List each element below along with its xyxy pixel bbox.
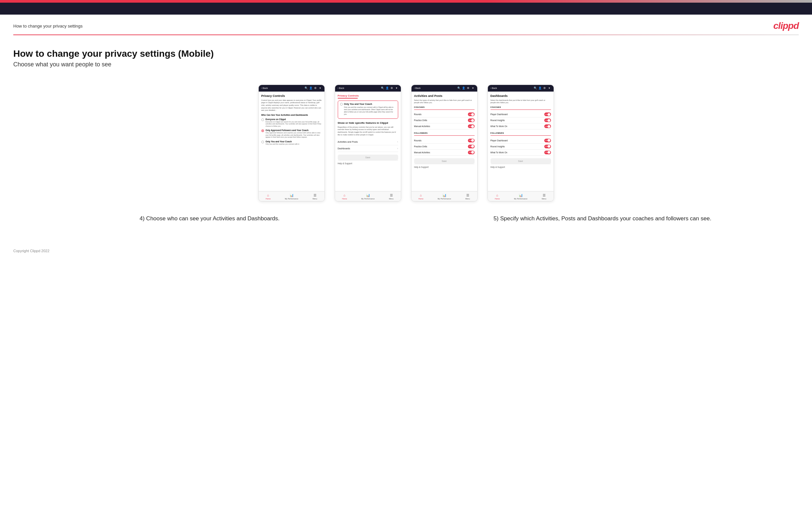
- on-label-coaches-drills: ON: [468, 119, 471, 121]
- tab-home-s2[interactable]: ⌂ Home: [342, 193, 347, 200]
- settings-icon-s2[interactable]: ⚙: [390, 87, 394, 90]
- screen4-tab-bar: ⌂ Home 📊 My Performance ☰ Menu: [488, 191, 554, 201]
- search-icon-s3[interactable]: 🔍: [457, 87, 461, 90]
- toggle-followers-round-insights-switch[interactable]: ON: [544, 145, 551, 148]
- tab-menu-s4[interactable]: ☰ Menu: [542, 193, 546, 200]
- toggle-coaches-what-to-work-switch[interactable]: ON: [544, 124, 551, 128]
- radio-label-everyone: Everyone on Clippd: [266, 118, 322, 120]
- screen4-nav: ‹Back 🔍 👤 ⚙ ▾: [488, 85, 554, 92]
- menu-icon[interactable]: ▾: [318, 87, 322, 90]
- tab-menu-s2[interactable]: ☰ Menu: [389, 193, 394, 200]
- on-label-followers-manual: ON: [468, 151, 471, 153]
- screen-1: ‹Back 🔍 👤 ⚙ ▾ Privacy Controls Control h…: [258, 84, 325, 202]
- screen4-help: Help & Support: [491, 164, 551, 170]
- tab-home-s1[interactable]: ⌂ Home: [266, 193, 271, 200]
- tab-home-s4[interactable]: ⌂ Home: [495, 193, 500, 200]
- search-icon[interactable]: 🔍: [305, 87, 308, 90]
- screen3-back[interactable]: ‹Back: [414, 87, 421, 89]
- settings-icon[interactable]: ⚙: [314, 87, 317, 90]
- home-label-s1: Home: [266, 198, 271, 200]
- performance-icon-s2: 📊: [366, 193, 370, 197]
- on-label-followers-player-dash: ON: [544, 139, 548, 142]
- screen2-help: Help & Support: [338, 160, 398, 166]
- radio-everyone[interactable]: Everyone on Clippd Everyone on Clippd ca…: [261, 118, 322, 127]
- screen4-save-btn[interactable]: Save: [491, 158, 551, 164]
- screen4-coaches-divider: [491, 110, 551, 110]
- screen2-back[interactable]: ‹Back: [338, 87, 344, 89]
- toggle-followers-drills[interactable]: Practice Drills ON: [414, 144, 474, 150]
- tab-performance-s3[interactable]: 📊 My Performance: [438, 193, 451, 200]
- on-label-coaches-round-insights: ON: [544, 119, 548, 121]
- screen2-popup: Only You and Your Coach Only you and the…: [338, 101, 398, 119]
- tab-home-s3[interactable]: ⌂ Home: [418, 193, 423, 200]
- tab-performance-s2[interactable]: 📊 My Performance: [361, 193, 374, 200]
- menu-icon-s2[interactable]: ▾: [395, 87, 398, 90]
- screen3-section-desc: Select the types of activity that you'd …: [414, 99, 474, 104]
- radio-approved[interactable]: Only Approved Followers and Your Coach O…: [261, 129, 322, 138]
- on-label-coaches-manual: ON: [468, 125, 471, 127]
- menu-label-s2: Menu: [389, 198, 394, 200]
- menu-activities[interactable]: Activities and Posts ›: [338, 139, 398, 145]
- coaches-manual-label: Manual Activities: [414, 125, 430, 127]
- menu-label-s1: Menu: [312, 198, 317, 200]
- toggle-followers-drills-switch[interactable]: ON: [468, 145, 474, 148]
- toggle-followers-player-dash-switch[interactable]: ON: [544, 139, 551, 143]
- radio-label-only-you: Only You and Your Coach: [266, 140, 322, 143]
- screen2-show-hide-title: Show or hide specific features in Clippd: [338, 121, 398, 124]
- toggle-coaches-drills[interactable]: Practice Drills ON: [414, 117, 474, 123]
- toggle-coaches-player-dash[interactable]: Player Dashboard ON: [491, 111, 551, 117]
- menu-icon-tab-s3: ☰: [466, 193, 469, 197]
- radio-only-you[interactable]: Only You and Your Coach Only you and the…: [261, 140, 322, 145]
- search-icon-s4[interactable]: 🔍: [534, 87, 537, 90]
- menu-icon-s3[interactable]: ▾: [471, 87, 474, 90]
- settings-icon-s4[interactable]: ⚙: [543, 87, 546, 90]
- radio-label-approved: Only Approved Followers and Your Coach: [266, 129, 322, 131]
- person-icon-s2[interactable]: 👤: [386, 87, 389, 90]
- coaches-round-insights-label: Round Insights: [491, 119, 505, 121]
- toggle-followers-round-insights[interactable]: Round Insights ON: [491, 144, 551, 150]
- screen2-tab-underline: [338, 98, 358, 99]
- toggle-followers-manual[interactable]: Manual Activities ON: [414, 150, 474, 156]
- toggle-coaches-round-insights-switch[interactable]: ON: [544, 118, 551, 122]
- toggle-followers-rounds[interactable]: Rounds ON: [414, 138, 474, 144]
- screen2-save-btn[interactable]: Save: [338, 155, 398, 160]
- person-icon[interactable]: 👤: [309, 87, 312, 90]
- popup-radio-outer: Only You and Your Coach Only you and the…: [340, 103, 396, 115]
- home-label-s3: Home: [418, 198, 423, 200]
- toggle-followers-what-to-work[interactable]: What To Work On ON: [491, 150, 551, 156]
- tab-performance-s4[interactable]: 📊 My Performance: [514, 193, 527, 200]
- screen1-section-title: Privacy Controls: [261, 94, 322, 98]
- toggle-followers-rounds-switch[interactable]: ON: [468, 139, 474, 143]
- search-icon-s2[interactable]: 🔍: [381, 87, 384, 90]
- tab-performance-s1[interactable]: 📊 My Performance: [285, 193, 298, 200]
- screen4-section-title: Dashboards: [491, 94, 551, 98]
- screen4-back[interactable]: ‹Back: [491, 87, 497, 89]
- screen1-back[interactable]: ‹Back: [261, 87, 268, 89]
- toggle-followers-manual-switch[interactable]: ON: [468, 151, 474, 154]
- toggle-coaches-rounds-switch[interactable]: ON: [468, 112, 474, 116]
- person-icon-s4[interactable]: 👤: [538, 87, 542, 90]
- toggle-coaches-what-to-work[interactable]: What To Work On ON: [491, 123, 551, 129]
- home-icon-s1: ⌂: [267, 193, 269, 197]
- toggle-coaches-manual-switch[interactable]: ON: [468, 124, 474, 128]
- tab-menu-s3[interactable]: ☰ Menu: [465, 193, 470, 200]
- screen3-followers-label: FOLLOWERS: [414, 132, 474, 134]
- on-label-followers-what-to-work: ON: [544, 151, 548, 153]
- toggle-coaches-rounds[interactable]: Rounds ON: [414, 111, 474, 117]
- screen3-save-btn[interactable]: Save: [414, 158, 474, 164]
- home-icon-s4: ⌂: [496, 193, 498, 197]
- menu-icon-s4[interactable]: ▾: [548, 87, 551, 90]
- screenshots-row: ‹Back 🔍 👤 ⚙ ▾ Privacy Controls Control h…: [13, 84, 799, 202]
- screen1-nav-icons: 🔍 👤 ⚙ ▾: [305, 87, 322, 90]
- menu-dashboards[interactable]: Dashboards ›: [338, 145, 398, 152]
- toggle-coaches-drills-switch[interactable]: ON: [468, 118, 474, 122]
- person-icon-s3[interactable]: 👤: [462, 87, 465, 90]
- screen1-body-text: Control how you and your data appears to…: [261, 99, 322, 112]
- toggle-coaches-manual[interactable]: Manual Activities ON: [414, 123, 474, 129]
- toggle-coaches-player-dash-switch[interactable]: ON: [544, 112, 551, 116]
- toggle-followers-player-dash[interactable]: Player Dashboard ON: [491, 138, 551, 144]
- toggle-coaches-round-insights[interactable]: Round Insights ON: [491, 117, 551, 123]
- settings-icon-s3[interactable]: ⚙: [467, 87, 470, 90]
- tab-menu-s1[interactable]: ☰ Menu: [312, 193, 317, 200]
- toggle-followers-what-to-work-switch[interactable]: ON: [544, 151, 551, 154]
